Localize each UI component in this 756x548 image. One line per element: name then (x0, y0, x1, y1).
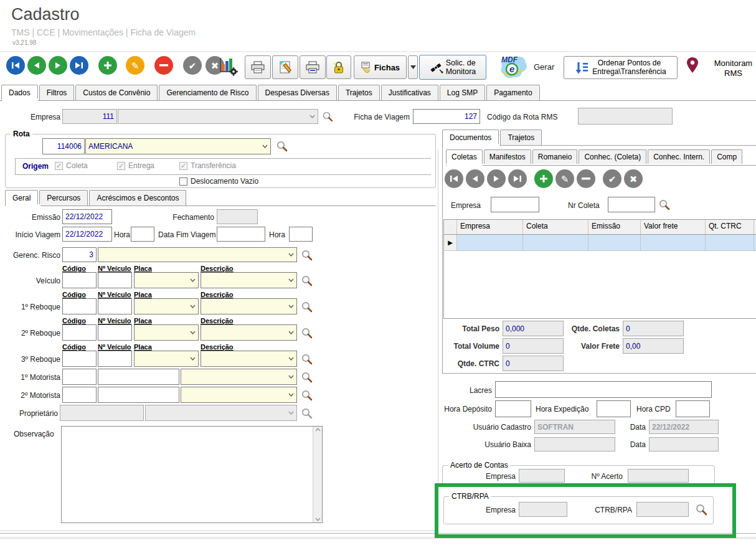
chevron-down-icon[interactable] (286, 325, 296, 340)
ctrb-rpa-search-icon[interactable] (695, 503, 707, 516)
reboque3-placa-combo[interactable] (134, 351, 199, 367)
chevron-down-icon[interactable] (286, 369, 296, 384)
hora-fim-field[interactable] (289, 227, 313, 242)
chevron-down-icon[interactable] (286, 299, 296, 314)
last-record-button[interactable] (70, 56, 88, 75)
tab-conhec-intern[interactable]: Conhec. Intern. (648, 149, 710, 164)
chevron-down-icon[interactable] (187, 351, 198, 366)
tab-acrescimos[interactable]: Acréscimos e Descontos (89, 190, 186, 206)
rota-code-field[interactable]: 114006 (42, 138, 85, 154)
nr-coleta-search-icon[interactable] (658, 198, 670, 210)
motorista2-search-icon[interactable] (300, 389, 313, 401)
empresa-search-icon[interactable] (321, 110, 334, 123)
coletas-confirm-button[interactable]: ✔ (603, 169, 621, 188)
coletas-edit-button[interactable]: ✎ (555, 169, 574, 188)
ctrb-empresa-field[interactable] (519, 502, 567, 517)
data-fim-field[interactable] (217, 227, 265, 242)
reboque3-search-icon[interactable] (300, 352, 313, 365)
tab-log-smp[interactable]: Log SMP (440, 85, 485, 100)
chevron-down-icon[interactable] (187, 273, 198, 288)
reboque1-placa-combo[interactable] (134, 298, 199, 314)
empresa-colheader[interactable]: Empresa (457, 220, 523, 234)
coleta-checkbox[interactable]: ✓ (55, 162, 63, 170)
tab-gerenciamento-risco[interactable]: Gerenciamento de Risco (159, 85, 256, 100)
previous-record-button[interactable] (27, 56, 46, 75)
lock-button[interactable] (326, 55, 351, 79)
coletas-empresa-field[interactable] (491, 197, 539, 212)
monitoram-rms-label[interactable]: Monitoram RMS (704, 59, 756, 79)
tab-trajetos-right[interactable]: Trajetos (500, 130, 542, 145)
tab-romaneio[interactable]: Romaneio (532, 149, 578, 164)
tab-geral[interactable]: Geral (5, 190, 38, 206)
coleta-colheader[interactable]: Coleta (523, 220, 588, 234)
coletas-table-row[interactable]: ▶ (444, 235, 756, 251)
fichas-dropdown-button[interactable] (408, 55, 418, 79)
tab-manifestos[interactable]: Manifestos (484, 149, 531, 164)
mdfe-gerar-button[interactable]: MDF e (497, 54, 529, 78)
veiculo-numero-field[interactable] (98, 272, 132, 288)
lacres-field[interactable] (495, 381, 712, 398)
tab-percursos[interactable]: Percursos (39, 190, 88, 206)
reboque3-codigo-field[interactable] (62, 351, 97, 367)
gerenc-risco-combo[interactable] (98, 247, 297, 262)
reboque1-codigo-field[interactable] (62, 298, 97, 314)
reboque2-placa-combo[interactable] (134, 324, 199, 341)
rota-search-icon[interactable] (275, 139, 288, 152)
confirm-button[interactable]: ✔ (183, 56, 202, 75)
tab-comp[interactable]: Comp (711, 149, 742, 164)
ctrb-rpa-field[interactable] (636, 502, 689, 517)
n-acerto-field[interactable] (628, 469, 689, 483)
hora-cpd-field[interactable] (676, 400, 710, 417)
gerar-label[interactable]: Gerar (534, 62, 554, 72)
print-button[interactable] (245, 55, 271, 79)
motorista1-combo[interactable] (181, 369, 297, 385)
ficha-viagem-field[interactable]: 127 (413, 109, 480, 124)
chevron-down-icon[interactable] (307, 110, 318, 123)
reboque1-search-icon[interactable] (300, 300, 313, 313)
tab-despesas-diversas[interactable]: Despesas Diversas (258, 85, 337, 100)
chart-settings-button[interactable] (218, 56, 238, 76)
gerenc-risco-search-icon[interactable] (300, 248, 313, 261)
edit-record-button[interactable]: ✎ (126, 56, 144, 75)
tab-coletas[interactable]: Coletas (446, 149, 483, 164)
hora-expedicao-field[interactable] (597, 400, 631, 417)
fichas-button[interactable]: Fichas (354, 55, 407, 79)
inicio-viagem-field[interactable]: 22/12/2022 (62, 227, 112, 242)
entrega-checkbox[interactable]: ✓ (117, 162, 125, 170)
motorista2-combo[interactable] (181, 387, 297, 403)
acerto-empresa-field[interactable] (519, 469, 565, 483)
coletas-table[interactable]: Empresa Coleta Emissão Valor frete Qt. C… (443, 219, 756, 319)
fechamento-field[interactable] (217, 209, 258, 224)
reboque3-numero-field[interactable] (98, 351, 132, 367)
reboque2-codigo-field[interactable] (62, 324, 97, 341)
solic-monitora-button[interactable]: Solic. de Monitora (419, 55, 486, 80)
coletas-last-button[interactable] (508, 169, 527, 188)
next-record-button[interactable] (49, 56, 67, 75)
tab-documentos[interactable]: Documentos (442, 130, 499, 145)
reboque3-descricao-combo[interactable] (201, 351, 297, 367)
tab-trajetos[interactable]: Trajetos (338, 85, 380, 100)
monitoram-rms-button[interactable] (686, 57, 699, 77)
rota-name-combo[interactable]: AMERICANA (85, 138, 271, 154)
empresa-code-field[interactable]: 111 (62, 109, 117, 124)
veiculo-placa-combo[interactable] (134, 272, 199, 288)
coletas-first-button[interactable] (445, 169, 463, 188)
chevron-down-icon[interactable] (286, 248, 296, 262)
proprietario-search-icon[interactable] (300, 407, 313, 419)
tab-conhec-coleta[interactable]: Conhec. (Coleta) (579, 149, 646, 164)
reboque2-descricao-combo[interactable] (201, 324, 297, 341)
gerenc-risco-code-field[interactable]: 3 (62, 247, 97, 262)
ordenar-pontos-button[interactable]: Ordenar Pontos de Entrega\Transferência (564, 56, 678, 79)
tab-filtros[interactable]: Filtros (39, 85, 75, 100)
observacao-scrollbar[interactable] (313, 427, 322, 522)
nr-coleta-field[interactable] (608, 197, 655, 212)
first-record-button[interactable] (6, 56, 25, 75)
tab-justificativas[interactable]: Justificativas (381, 85, 438, 100)
reboque1-numero-field[interactable] (98, 298, 132, 314)
chevron-down-icon[interactable] (286, 405, 296, 420)
print-document-button[interactable] (300, 55, 326, 79)
veiculo-search-icon[interactable] (300, 274, 313, 286)
coletas-next-button[interactable] (487, 169, 506, 188)
chevron-down-icon[interactable] (187, 299, 198, 314)
reboque1-descricao-combo[interactable] (201, 298, 297, 314)
